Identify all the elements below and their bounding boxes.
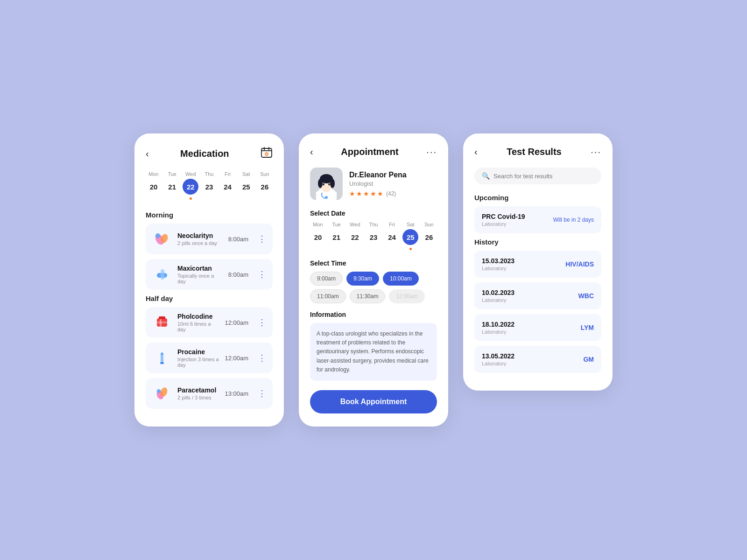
test-results-header: ‹ Test Results ···: [474, 147, 601, 157]
medication-screen: ‹ Medication Mon 20 Tue: [134, 133, 284, 427]
svg-rect-13: [157, 322, 167, 323]
result-card-hiv: 15.03.2023 Laboratory HIV/AIDS: [474, 251, 601, 278]
appt-cal-mon[interactable]: Mon 20: [310, 222, 326, 250]
select-date-label: Select Date: [310, 210, 437, 217]
test-results-title: Test Results: [507, 147, 561, 157]
med-info-maxicortan: Maxicortan Topically once a day: [177, 265, 223, 284]
test-results-menu-button[interactable]: ···: [591, 147, 601, 157]
appointment-screen: ‹ Appointment ···: [299, 133, 448, 427]
med-icon-procaine: [152, 348, 172, 368]
test-results-back-button[interactable]: ‹: [474, 147, 478, 157]
appointment-header: ‹ Appointment ···: [310, 147, 437, 157]
med-icon-neoclarityn: [152, 229, 172, 249]
svg-point-31: [325, 196, 328, 199]
time-slot-900[interactable]: 9:00am: [310, 272, 343, 286]
svg-point-30: [328, 183, 330, 186]
time-slot-1200: 12:00am: [389, 289, 425, 303]
time-slots-container: 9:00am 9:30am 10:00am 11:00am 11:30am 12…: [310, 272, 437, 303]
wed-dot: [190, 197, 192, 200]
cal-day-fri[interactable]: Fri 24: [220, 171, 236, 200]
result-info-gm: 13.05.2022 Laboratory: [482, 352, 514, 366]
appt-cal-wed[interactable]: Wed 22: [347, 222, 363, 250]
appointment-title: Appointment: [341, 147, 398, 157]
result-badge-hiv: HIV/AIDS: [565, 260, 594, 268]
svg-point-8: [155, 233, 160, 238]
medication-header: ‹ Medication: [146, 147, 273, 161]
result-badge-wbc: WBC: [578, 292, 594, 300]
result-card-wbc: 10.02.2023 Laboratory WBC: [474, 282, 601, 309]
med-info-paracetamol: Paracetamol 2 pills / 3 times: [177, 386, 219, 400]
result-card-lym: 18.10.2022 Laboratory LYM: [474, 314, 601, 341]
appointment-menu-button[interactable]: ···: [426, 147, 437, 157]
doctor-info-box: A top-class urologist who specializes in…: [310, 323, 437, 381]
upcoming-info: PRC Covid-19 Laboratory: [482, 213, 525, 227]
upcoming-card-covid: PRC Covid-19 Laboratory Will be in 2 day…: [474, 206, 601, 233]
upcoming-status: Will be in 2 days: [553, 217, 594, 223]
doctor-avatar: [310, 168, 343, 200]
search-icon: 🔍: [482, 172, 490, 180]
svg-marker-16: [160, 352, 164, 355]
appointment-back-button[interactable]: ‹: [310, 147, 313, 157]
med-icon-pholcodine: [152, 313, 172, 332]
svg-rect-10: [161, 269, 164, 280]
svg-point-20: [157, 389, 161, 393]
history-label: History: [474, 238, 601, 246]
svg-point-29: [323, 183, 324, 186]
result-badge-lym: LYM: [581, 324, 594, 331]
appointment-calendar-strip: Mon 20 Tue 21 Wed 22 Thu 23 Fri 24: [310, 222, 437, 250]
svg-rect-14: [159, 316, 165, 319]
time-slot-1000[interactable]: 10:00am: [383, 272, 419, 286]
time-slot-1100[interactable]: 11:00am: [310, 289, 346, 303]
cal-day-tue[interactable]: Tue 21: [164, 171, 180, 200]
med-icon-paracetamol: [152, 384, 172, 403]
select-time-label: Select Time: [310, 259, 437, 267]
svg-point-5: [266, 154, 267, 154]
appt-cal-tue[interactable]: Tue 21: [329, 222, 345, 250]
result-info-wbc: 10.02.2023 Laboratory: [482, 289, 514, 303]
med-info-neoclarityn: Neoclarityn 2 pills once a day: [177, 232, 223, 246]
cal-day-thu[interactable]: Thu 23: [201, 171, 217, 200]
appt-cal-sun[interactable]: Sun 26: [421, 222, 437, 250]
svg-point-27: [318, 179, 323, 188]
medication-calendar-strip: Mon 20 Tue 21 Wed 22 Thu 23 Fri 24: [146, 171, 273, 200]
medication-back-button[interactable]: ‹: [146, 148, 149, 159]
doctor-info: Dr.Eleanor Pena Urologist ★ ★ ★ ★ ★ (42): [310, 168, 437, 200]
med-menu-neoclarityn[interactable]: ⋮: [258, 234, 266, 244]
calendar-icon[interactable]: [261, 147, 273, 161]
search-input[interactable]: [493, 173, 594, 180]
med-menu-maxicortan[interactable]: ⋮: [258, 269, 266, 280]
appt-cal-fri[interactable]: Fri 24: [384, 222, 400, 250]
search-bar[interactable]: 🔍: [474, 168, 601, 184]
appt-cal-sat[interactable]: Sat 25: [402, 222, 418, 250]
med-info-pholcodine: Pholcodine 10ml 6 times a day: [177, 313, 219, 332]
time-slot-1130[interactable]: 11:30am: [350, 289, 386, 303]
doctor-details: Dr.Eleanor Pena Urologist ★ ★ ★ ★ ★ (42): [349, 171, 407, 197]
morning-label: Morning: [146, 211, 273, 219]
doctor-specialty: Urologist: [349, 180, 407, 187]
upcoming-name: PRC Covid-19: [482, 213, 525, 220]
doctor-rating: ★ ★ ★ ★ ★ (42): [349, 190, 407, 197]
cal-day-sun[interactable]: Sun 26: [257, 171, 273, 200]
med-card-paracetamol: Paracetamol 2 pills / 3 times 13:00am ⋮: [146, 378, 273, 409]
cal-day-mon[interactable]: Mon 20: [146, 171, 162, 200]
upcoming-sub: Laboratory: [482, 221, 525, 227]
appt-cal-thu[interactable]: Thu 23: [366, 222, 381, 250]
med-menu-paracetamol[interactable]: ⋮: [258, 388, 266, 399]
rating-count: (42): [386, 190, 396, 197]
test-results-screen: ‹ Test Results ··· 🔍 Upcoming PRC Covid-…: [463, 133, 613, 391]
med-menu-pholcodine[interactable]: ⋮: [258, 317, 266, 328]
med-menu-procaine[interactable]: ⋮: [258, 353, 266, 363]
cal-day-sat[interactable]: Sat 25: [238, 171, 254, 200]
med-icon-maxicortan: [152, 265, 172, 284]
med-info-procaine: Procaine Injection 3 times a day: [177, 348, 219, 368]
time-slot-930[interactable]: 9:30am: [346, 272, 379, 286]
book-appointment-button[interactable]: Book Appointment: [310, 390, 437, 413]
result-info-lym: 18.10.2022 Laboratory: [482, 321, 514, 335]
cal-day-wed[interactable]: Wed 22: [183, 171, 198, 200]
sat-dot: [409, 248, 412, 250]
med-card-neoclarityn: Neoclarityn 2 pills once a day 8:00am ⋮: [146, 224, 273, 254]
medication-title: Medication: [180, 148, 229, 159]
med-card-maxicortan: Maxicortan Topically once a day 8:00am ⋮: [146, 259, 273, 290]
upcoming-label: Upcoming: [474, 194, 601, 202]
med-card-procaine: Procaine Injection 3 times a day 12:00am…: [146, 343, 273, 373]
